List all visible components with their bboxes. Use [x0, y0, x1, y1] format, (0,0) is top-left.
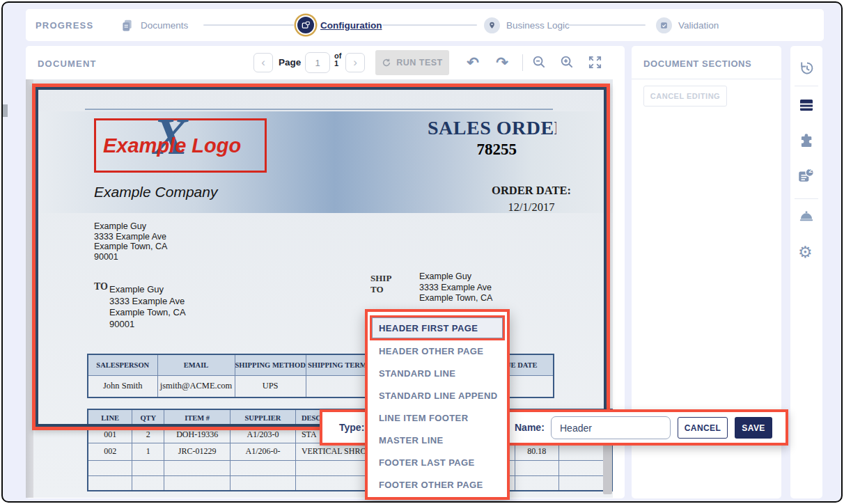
- progress-connector: [203, 24, 294, 26]
- rail-divider: [795, 86, 818, 86]
- menu-item-footer-other-page[interactable]: FOOTER OTHER PAGE: [379, 480, 483, 491]
- line-cell: 1: [132, 443, 164, 460]
- menu-item-header-other-page[interactable]: HEADER OTHER PAGE: [379, 346, 483, 357]
- vertical-scrollbar-thumb[interactable]: [603, 441, 612, 494]
- section-type-dropdown: HEADER FIRST PAGE HEADER OTHER PAGE STAN…: [365, 309, 510, 500]
- menu-item-header-first-page[interactable]: HEADER FIRST PAGE: [372, 317, 503, 338]
- selected-menu-item-label: HEADER FIRST PAGE: [379, 323, 478, 333]
- run-test-button[interactable]: RUN TEST: [375, 50, 449, 75]
- notes-badge: 2: [806, 166, 815, 174]
- line-cell: [132, 460, 164, 475]
- line-cell: [132, 475, 164, 491]
- zoom-in-icon[interactable]: [559, 54, 575, 70]
- notes-icon[interactable]: 2: [797, 166, 815, 184]
- page-total: of1: [334, 52, 341, 68]
- plugin-icon[interactable]: [798, 132, 815, 149]
- redo-icon[interactable]: ↷: [494, 54, 510, 71]
- gear-icon[interactable]: ⚙: [798, 244, 813, 260]
- menu-item-standard-line-append[interactable]: STANDARD LINE APPEND: [379, 391, 498, 402]
- progress-step-validation[interactable]: Validation: [656, 9, 719, 41]
- cancel-button[interactable]: CANCEL: [678, 417, 728, 439]
- drawer-handle[interactable]: [3, 104, 8, 117]
- menu-item-master-line[interactable]: MASTER LINE: [379, 435, 444, 446]
- line-cell: [88, 475, 132, 491]
- history-icon[interactable]: [798, 60, 815, 77]
- progress-connector: [568, 24, 646, 26]
- refresh-icon: [382, 58, 391, 68]
- step-label: Validation: [678, 20, 719, 31]
- right-icon-rail: 2 ⚙: [790, 46, 822, 498]
- toolbar-divider: [522, 54, 523, 71]
- menu-item-line-item-footer[interactable]: LINE ITEM FOOTER: [379, 413, 468, 424]
- progress-step-configuration[interactable]: Configuration: [297, 9, 382, 41]
- section-name-input[interactable]: [551, 416, 671, 439]
- rail-divider: [795, 198, 818, 199]
- step-label: Business Logic: [506, 20, 570, 31]
- line-cell: [515, 460, 558, 475]
- undo-icon[interactable]: ↶: [464, 54, 481, 71]
- line-cell: 002: [88, 443, 132, 460]
- progress-bar: PROGRESS Documents Configuration Busines…: [26, 9, 824, 41]
- progress-step-business-logic[interactable]: Business Logic: [484, 9, 570, 41]
- line-cell: JRC-01229: [164, 443, 230, 460]
- step-label: Documents: [141, 20, 188, 31]
- line-cell: A1/206-0-: [230, 443, 296, 460]
- line-cell: [230, 475, 296, 491]
- progress-label: PROGRESS: [36, 20, 93, 31]
- dome-icon[interactable]: [798, 207, 815, 224]
- cancel-editing-button[interactable]: CANCEL EDITING: [643, 86, 727, 107]
- validation-icon: [656, 17, 672, 33]
- save-button[interactable]: SAVE: [735, 417, 772, 439]
- page-number-input[interactable]: [305, 52, 330, 73]
- name-label: Name:: [515, 422, 545, 433]
- page-next-button[interactable]: ›: [345, 53, 365, 72]
- configuration-icon: [297, 17, 314, 33]
- step-label: Configuration: [320, 20, 382, 31]
- selected-item-annotation: HEADER FIRST PAGE: [370, 315, 505, 340]
- app-window: PROGRESS Documents Configuration Busines…: [1, 1, 843, 503]
- document-panel-title: DOCUMENT: [38, 58, 97, 69]
- type-label: Type:: [339, 422, 364, 433]
- section-selection-border: [36, 87, 607, 427]
- line-cell: [164, 460, 230, 475]
- sections-icon[interactable]: [798, 97, 815, 113]
- progress-connector: [382, 24, 477, 26]
- header-section-annotation: [32, 84, 610, 430]
- zoom-out-icon[interactable]: [531, 54, 547, 70]
- panel-divider: [632, 79, 781, 79]
- sections-panel-title: DOCUMENT SECTIONS: [643, 58, 751, 69]
- menu-item-footer-last-page[interactable]: FOOTER LAST PAGE: [379, 457, 475, 468]
- progress-step-documents[interactable]: Documents: [120, 9, 188, 41]
- business-logic-icon: [484, 17, 500, 33]
- line-cell: [88, 460, 132, 475]
- fullscreen-icon[interactable]: [587, 54, 603, 70]
- line-cell: [515, 475, 558, 491]
- line-cell: [164, 475, 230, 491]
- line-cell: [230, 460, 296, 475]
- documents-icon: [120, 18, 134, 33]
- page-label: Page: [279, 57, 301, 68]
- menu-item-standard-line[interactable]: STANDARD LINE: [379, 368, 455, 379]
- page-prev-button[interactable]: ‹: [253, 53, 273, 72]
